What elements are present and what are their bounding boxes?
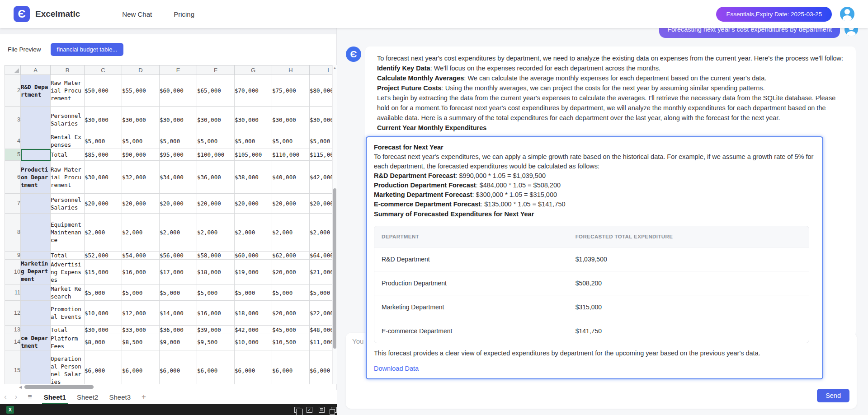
cell-b9[interactable]: Total [51, 252, 85, 260]
column-header-h[interactable]: H [272, 65, 310, 75]
cell-a2[interactable]: R&D Department [21, 75, 51, 107]
cell-a11[interactable] [21, 285, 51, 301]
column-header-d[interactable]: D [122, 65, 160, 75]
cell-d14[interactable]: $8,500 [122, 334, 160, 350]
cell-d4[interactable]: $5,000 [122, 133, 160, 149]
cell-f15[interactable]: $6,000 [197, 350, 235, 385]
tab-sheet2[interactable]: Sheet2 [71, 390, 104, 404]
cell-e3[interactable]: $30,000 [160, 107, 197, 133]
cell-d13[interactable]: $33,000 [122, 326, 160, 334]
column-header-f[interactable]: F [197, 65, 235, 75]
cell-g9[interactable]: $60,000 [235, 252, 272, 260]
cell-h8[interactable]: $2,000 [272, 214, 310, 252]
cell-c4[interactable]: $5,000 [85, 133, 122, 149]
nav-link-pricing[interactable]: Pricing [174, 10, 194, 18]
cell-d7[interactable]: $20,000 [122, 194, 160, 214]
horizontal-scrollbar-thumb[interactable] [24, 385, 94, 389]
row-header-5[interactable]: 5 [5, 149, 21, 161]
plan-badge-button[interactable]: Essentials,Expiry Date: 2025-03-25 [716, 7, 832, 22]
cell-g8[interactable]: $2,000 [235, 214, 272, 252]
cell-a7[interactable] [21, 194, 51, 214]
cell-g11[interactable]: $5,000 [235, 285, 272, 301]
vertical-scrollbar[interactable]: ▲ [332, 65, 337, 384]
cell-b14[interactable]: Platform Fees [51, 334, 85, 350]
cell-h9[interactable]: $62,000 [272, 252, 310, 260]
cell-a12[interactable] [21, 301, 51, 326]
cell-c8[interactable]: $2,000 [85, 214, 122, 252]
cell-d5[interactable]: $90,000 [122, 149, 160, 161]
cell-g2[interactable]: $70,000 [235, 75, 272, 107]
cell-c9[interactable]: $52,000 [85, 252, 122, 260]
cell-f4[interactable]: $5,000 [197, 133, 235, 149]
cell-b4[interactable]: Rental Expenses [51, 133, 85, 149]
cell-f12[interactable]: $16,000 [197, 301, 235, 326]
cell-c14[interactable]: $8,000 [85, 334, 122, 350]
download-data-link[interactable]: Download Data [374, 364, 419, 373]
row-header-7[interactable]: 7 [5, 194, 21, 214]
cell-d3[interactable]: $30,000 [122, 107, 160, 133]
notebook-icon[interactable] [319, 407, 325, 413]
cell-i11[interactable]: $5,000 [310, 285, 333, 301]
cell-h3[interactable]: $30,000 [272, 107, 310, 133]
user-avatar[interactable] [840, 7, 854, 21]
cell-c15[interactable]: $6,000 [85, 350, 122, 385]
cell-a3[interactable] [21, 107, 51, 133]
cell-c5[interactable]: $85,000 [85, 149, 122, 161]
sheet-menu-icon[interactable]: ≡ [21, 393, 38, 401]
cell-d2[interactable]: $55,000 [122, 75, 160, 107]
cell-b13[interactable]: Total [51, 326, 85, 334]
cell-e15[interactable]: $6,000 [160, 350, 197, 385]
row-header-8[interactable]: 8 [5, 214, 21, 252]
cell-f7[interactable]: $20,000 [197, 194, 235, 214]
horizontal-scrollbar[interactable]: ◀ [0, 384, 332, 390]
cell-d12[interactable]: $12,000 [122, 301, 160, 326]
cell-c6[interactable]: $30,000 [85, 161, 122, 194]
cell-i15[interactable]: $6,000 [310, 350, 333, 385]
nav-link-new-chat[interactable]: New Chat [122, 10, 152, 18]
cell-h13[interactable]: $45,000 [272, 326, 310, 334]
tab-sheet1[interactable]: Sheet1 [38, 390, 71, 404]
cell-h2[interactable]: $75,000 [272, 75, 310, 107]
cell-h6[interactable]: $40,000 [272, 161, 310, 194]
cell-f8[interactable]: $2,000 [197, 214, 235, 252]
cell-c12[interactable]: $10,000 [85, 301, 122, 326]
row-header-12[interactable]: 12 [5, 301, 21, 326]
column-header-e[interactable]: E [160, 65, 197, 75]
tab-sheet3[interactable]: Sheet3 [104, 390, 136, 404]
cell-f10[interactable]: $18,000 [197, 260, 235, 285]
cell-g6[interactable]: $38,000 [235, 161, 272, 194]
column-header-c[interactable]: C [85, 65, 122, 75]
cell-b3[interactable]: Personnel Salaries [51, 107, 85, 133]
cell-e13[interactable]: $36,000 [160, 326, 197, 334]
cell-c7[interactable]: $20,000 [85, 194, 122, 214]
cell-i13[interactable]: $48,000 [310, 326, 333, 334]
cell-g13[interactable]: $42,000 [235, 326, 272, 334]
cell-h14[interactable]: $10,500 [272, 334, 310, 350]
cell-i5[interactable]: $115,000 [310, 149, 333, 161]
cell-c10[interactable]: $15,000 [85, 260, 122, 285]
file-name-button[interactable]: financial budget table... [51, 43, 124, 56]
cell-i8[interactable]: $2,000 [310, 214, 333, 252]
cell-f13[interactable]: $39,000 [197, 326, 235, 334]
cell-g5[interactable]: $105,000 [235, 149, 272, 161]
cell-a13[interactable] [21, 326, 51, 334]
cell-i9[interactable]: $64,000 [310, 252, 333, 260]
cell-g14[interactable]: $10,000 [235, 334, 272, 350]
row-header-13[interactable]: 13 [5, 326, 21, 334]
cell-f11[interactable]: $5,000 [197, 285, 235, 301]
cell-h4[interactable]: $5,000 [272, 133, 310, 149]
cell-a15[interactable] [21, 350, 51, 385]
vertical-scrollbar-thumb[interactable] [333, 188, 336, 349]
cell-f6[interactable]: $36,000 [197, 161, 235, 194]
cell-c3[interactable]: $30,000 [85, 107, 122, 133]
cell-a5-active[interactable] [21, 149, 51, 161]
cell-i12[interactable]: $22,000 [310, 301, 333, 326]
cell-d11[interactable]: $5,000 [122, 285, 160, 301]
cell-g4[interactable]: $5,000 [235, 133, 272, 149]
row-header-9[interactable]: 9 [5, 252, 21, 260]
send-button[interactable]: Send [817, 389, 849, 402]
cell-c13[interactable]: $30,000 [85, 326, 122, 334]
cell-f2[interactable]: $65,000 [197, 75, 235, 107]
cell-e4[interactable]: $5,000 [160, 133, 197, 149]
cell-b15[interactable]: Operational Personnel Salaries [51, 350, 85, 385]
